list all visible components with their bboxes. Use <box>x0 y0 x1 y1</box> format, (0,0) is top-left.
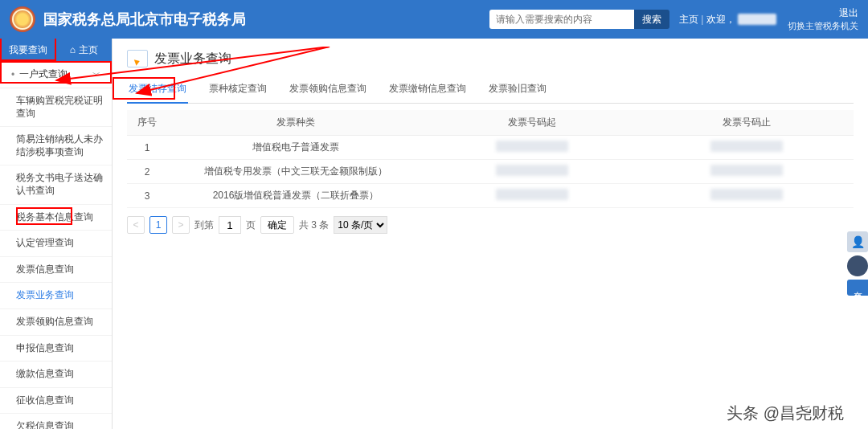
home-icon: ⌂ <box>70 44 76 55</box>
main-content: 发票业务查询 发票结存查询票种核定查询发票领购信息查询发票缴销信息查询发票验旧查… <box>113 39 868 429</box>
pager-next-button[interactable]: > <box>172 216 190 234</box>
pager-size-select[interactable]: 10 条/页 <box>334 216 387 234</box>
sidebar-item[interactable]: 发票业务查询 <box>0 283 112 309</box>
sidebar-list: 车辆购置税完税证明查询简易注销纳税人未办结涉税事项查询税务文书电子送达确认书查询… <box>0 88 112 429</box>
col-seq: 序号 <box>127 110 167 136</box>
cell-code-to <box>639 160 854 184</box>
cell-code-from <box>424 136 639 160</box>
tax-logo-icon <box>10 6 35 32</box>
sidebar-accordion[interactable]: • 一户式查询 ﹀ <box>0 61 112 88</box>
cursor-arrow-icon <box>134 58 141 66</box>
cell-type: 增值税专用发票（中文三联无金额限制版） <box>167 160 424 184</box>
agent-avatar-icon[interactable] <box>847 255 868 276</box>
cell-code-from <box>424 184 639 208</box>
page-title: 发票业务查询 <box>154 51 231 67</box>
cell-seq: 2 <box>127 160 167 184</box>
pager-page-input[interactable] <box>219 216 241 234</box>
table-row: 32016版增值税普通发票（二联折叠票） <box>127 184 854 208</box>
sidebar-item[interactable]: 认定管理查询 <box>0 231 112 257</box>
app-title: 国家税务总局北京市电子税务局 <box>43 10 489 29</box>
table-header-row: 序号 发票种类 发票号码起 发票号码止 <box>127 110 854 136</box>
cell-seq: 1 <box>127 136 167 160</box>
header-links: 主页 | 欢迎， 退出 切换主管税务机关 <box>679 6 858 32</box>
pager-page-1[interactable]: 1 <box>149 216 167 234</box>
dock-help-button[interactable]: 在线导办 <box>847 280 868 296</box>
user-avatar-icon[interactable]: 👤 <box>847 231 868 252</box>
pager-confirm-button[interactable]: 确定 <box>260 216 294 234</box>
logout-link[interactable]: 退出 <box>839 6 858 20</box>
search-input[interactable] <box>489 10 634 29</box>
link-home[interactable]: 主页 <box>679 14 698 25</box>
cell-code-from <box>424 160 639 184</box>
table-row: 2增值税专用发票（中文三联无金额限制版） <box>127 160 854 184</box>
accordion-label: 一户式查询 <box>14 67 92 81</box>
table-body: 1增值税电子普通发票2增值税专用发票（中文三联无金额限制版）32016版增值税普… <box>127 136 854 208</box>
sidebar: 我要查询 ⌂ 主页 • 一户式查询 ﹀ 车辆购置税完税证明查询简易注销纳税人未办… <box>0 39 113 429</box>
pager-to-label: 到第 <box>194 219 214 232</box>
col-code-from: 发票号码起 <box>424 110 639 136</box>
cell-code-to <box>639 136 854 160</box>
user-name-masked <box>738 14 776 25</box>
sidebar-item[interactable]: 申报信息查询 <box>0 336 112 362</box>
divider-icon: | <box>701 14 703 25</box>
right-dock: 👤 在线导办 <box>847 231 868 296</box>
table-row: 1增值税电子普通发票 <box>127 136 854 160</box>
sidebar-item[interactable]: 发票领购信息查询 <box>0 309 112 336</box>
watermark: 头条 @昌尧财税 <box>727 402 844 424</box>
chevron-down-icon: ﹀ <box>92 69 100 80</box>
sidebar-item[interactable]: 缴款信息查询 <box>0 362 112 388</box>
app-header: 国家税务总局北京市电子税务局 搜索 主页 | 欢迎， 退出 切换主管税务机关 <box>0 0 868 39</box>
col-code-to: 发票号码止 <box>639 110 854 136</box>
sidebar-item[interactable]: 欠税信息查询 <box>0 414 112 429</box>
pager-total: 共 3 条 <box>299 219 329 232</box>
sidebar-tab-home-label: 主页 <box>79 43 98 57</box>
cell-seq: 3 <box>127 184 167 208</box>
sub-tab[interactable]: 发票缴销信息查询 <box>387 76 468 103</box>
pager-prev-button[interactable]: < <box>127 216 145 234</box>
col-type: 发票种类 <box>167 110 424 136</box>
header-search: 搜索 <box>489 10 669 29</box>
sidebar-tab-home[interactable]: ⌂ 主页 <box>56 39 113 61</box>
search-button[interactable]: 搜索 <box>634 10 669 29</box>
cell-type: 2016版增值税普通发票（二联折叠票） <box>167 184 424 208</box>
sub-tab[interactable]: 票种核定查询 <box>207 76 268 103</box>
sub-tabs: 发票结存查询票种核定查询发票领购信息查询发票缴销信息查询发票验旧查询 <box>127 76 854 104</box>
welcome-label: 欢迎， <box>706 14 735 25</box>
sidebar-tab-query[interactable]: 我要查询 <box>0 39 56 61</box>
pager: < 1 > 到第 页 确定 共 3 条 10 条/页 <box>127 216 854 234</box>
pager-page-unit: 页 <box>246 219 256 232</box>
sidebar-item[interactable]: 发票信息查询 <box>0 257 112 284</box>
data-table: 序号 发票种类 发票号码起 发票号码止 1增值税电子普通发票2增值税专用发票（中… <box>127 110 854 208</box>
sidebar-item[interactable]: 简易注销纳税人未办结涉税事项查询 <box>0 127 112 165</box>
switch-org-link[interactable]: 切换主管税务机关 <box>788 20 858 32</box>
sidebar-item[interactable]: 车辆购置税完税证明查询 <box>0 88 112 127</box>
sub-tab[interactable]: 发票结存查询 <box>127 76 188 104</box>
sidebar-item[interactable]: 税务文书电子送达确认书查询 <box>0 165 112 204</box>
cell-code-to <box>639 184 854 208</box>
sub-tab[interactable]: 发票领购信息查询 <box>288 76 368 103</box>
sub-tab[interactable]: 发票验旧查询 <box>487 76 548 103</box>
sidebar-item[interactable]: 征收信息查询 <box>0 388 112 415</box>
cell-type: 增值税电子普通发票 <box>167 136 424 160</box>
page-head-icon <box>127 50 148 67</box>
sidebar-item[interactable]: 税务基本信息查询 <box>0 205 112 231</box>
